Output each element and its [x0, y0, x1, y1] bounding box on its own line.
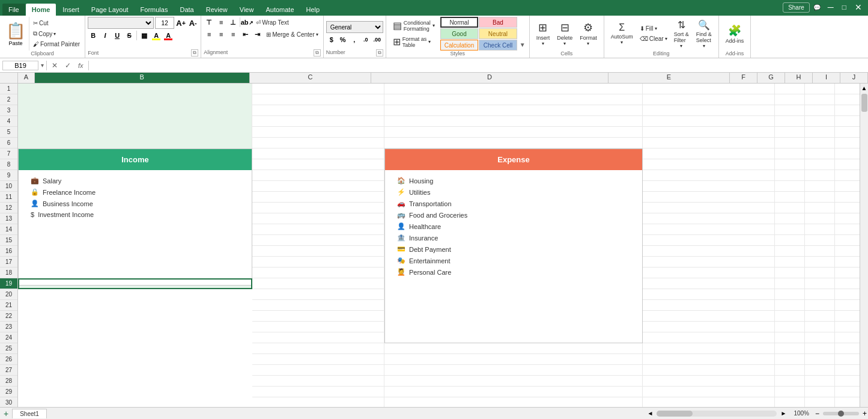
cell-reference-box[interactable]: B19 — [2, 61, 38, 70]
row-number-14[interactable]: 14 — [0, 224, 17, 235]
format-as-table-button[interactable]: ⊞ Format asTable▾ — [390, 34, 434, 50]
row-number-11[interactable]: 11 — [0, 192, 17, 203]
row-number-10[interactable]: 10 — [0, 181, 17, 192]
tab-help[interactable]: Help — [300, 4, 326, 16]
fill-button[interactable]: ⬇Fill ▾ — [637, 24, 670, 33]
copy-button[interactable]: ⧉Copy ▾ — [31, 29, 82, 38]
font-size-input[interactable] — [155, 17, 174, 29]
row-number-9[interactable]: 9 — [0, 170, 17, 181]
row-number-15[interactable]: 15 — [0, 235, 17, 246]
comments-btn[interactable]: 💬 — [811, 3, 823, 12]
sheet-tab-1[interactable]: Sheet1 — [12, 409, 47, 418]
tab-data[interactable]: Data — [174, 4, 199, 16]
paste-button[interactable]: 📋 Paste — [2, 17, 29, 50]
cancel-formula-icon[interactable]: ✕ — [49, 61, 60, 70]
currency-button[interactable]: $ — [326, 34, 337, 45]
alignment-dialog-launcher[interactable]: ⧉ — [314, 49, 321, 57]
find-select-button[interactable]: 🔍 Find &Select ▾ — [693, 17, 715, 50]
clear-button[interactable]: ⌫Clear ▾ — [637, 34, 670, 43]
horizontal-scroll-thumb[interactable] — [657, 411, 693, 417]
style-normal-cell[interactable]: Normal — [440, 17, 478, 28]
grid-row-5[interactable] — [18, 127, 860, 138]
row-number-29[interactable]: 29 — [0, 387, 17, 397]
col-header-b[interactable]: B — [35, 73, 250, 84]
row-number-6[interactable]: 6 — [0, 138, 17, 148]
close-btn[interactable]: ✕ — [851, 1, 866, 13]
scroll-right-button[interactable]: ► — [778, 409, 789, 418]
row-number-19[interactable]: 19 — [0, 278, 17, 289]
share-btn[interactable]: Share — [783, 2, 810, 13]
col-header-e[interactable]: E — [609, 73, 730, 84]
italic-button[interactable]: I — [100, 30, 111, 41]
tab-insert[interactable]: Insert — [56, 4, 85, 16]
row-number-8[interactable]: 8 — [0, 159, 17, 170]
row-number-25[interactable]: 25 — [0, 343, 17, 354]
font-name-select[interactable]: Grandview — [88, 17, 154, 29]
scroll-thumb-vertical[interactable] — [861, 94, 867, 112]
grid-row-6[interactable] — [18, 138, 860, 148]
tab-automate[interactable]: Automate — [259, 4, 300, 16]
increase-indent-button[interactable]: ⇥ — [252, 29, 263, 40]
scroll-left-button[interactable]: ◄ — [645, 409, 656, 418]
row-number-16[interactable]: 16 — [0, 246, 17, 257]
fill-color-button[interactable]: A — [151, 30, 162, 41]
row-number-20[interactable]: 20 — [0, 289, 17, 300]
row-number-2[interactable]: 2 — [0, 94, 17, 105]
align-middle-button[interactable]: ≡ — [216, 17, 226, 28]
row-number-23[interactable]: 23 — [0, 322, 17, 332]
decrease-indent-button[interactable]: ⇤ — [240, 29, 250, 40]
increase-decimal-button[interactable]: .00 — [372, 34, 383, 45]
font-color-button[interactable]: A — [163, 30, 174, 41]
row-number-27[interactable]: 27 — [0, 365, 17, 376]
align-top-button[interactable]: ⊤ — [204, 17, 214, 28]
minimize-btn[interactable]: ─ — [824, 1, 837, 13]
merge-center-button[interactable]: ⊞Merge & Center ▾ — [264, 30, 321, 39]
row-number-7[interactable]: 7 — [0, 148, 17, 159]
row-number-5[interactable]: 5 — [0, 127, 17, 138]
row-number-24[interactable]: 24 — [0, 332, 17, 343]
align-center-button[interactable]: ≡ — [216, 29, 226, 40]
border-button[interactable]: ▦ — [139, 30, 150, 41]
tab-page-layout[interactable]: Page Layout — [85, 4, 135, 16]
col-header-j[interactable]: J — [840, 73, 868, 84]
row-number-13[interactable]: 13 — [0, 213, 17, 224]
style-calculation-cell[interactable]: Calculation — [440, 40, 478, 50]
col-header-i[interactable]: I — [813, 73, 840, 84]
underline-button[interactable]: U — [112, 30, 123, 41]
row-number-1[interactable]: 1 — [0, 84, 17, 94]
style-good-cell[interactable]: Good — [440, 28, 478, 39]
comma-button[interactable]: , — [349, 34, 360, 45]
tab-home[interactable]: Home — [26, 4, 56, 16]
confirm-formula-icon[interactable]: ✓ — [62, 61, 73, 70]
row-number-4[interactable]: 4 — [0, 116, 17, 127]
row-number-21[interactable]: 21 — [0, 300, 17, 311]
zoom-out-button[interactable]: − — [814, 409, 821, 418]
percent-button[interactable]: % — [338, 34, 348, 45]
font-increase-button[interactable]: A+ — [175, 17, 186, 28]
align-bottom-button[interactable]: ⊥ — [228, 17, 238, 28]
number-dialog-launcher[interactable]: ⧉ — [376, 49, 383, 57]
row-number-30[interactable]: 30 — [0, 397, 17, 407]
number-format-select[interactable]: General — [326, 21, 383, 33]
row-number-18[interactable]: 18 — [0, 268, 17, 278]
bold-button[interactable]: B — [88, 30, 99, 41]
row-number-17[interactable]: 17 — [0, 257, 17, 268]
strikethrough-button[interactable]: S — [124, 30, 135, 41]
delete-button[interactable]: ⊟ Delete ▾ — [554, 19, 575, 48]
sort-filter-button[interactable]: ⇅ Sort &Filter ▾ — [671, 17, 692, 50]
row-number-12[interactable]: 12 — [0, 203, 17, 213]
col-header-g[interactable]: G — [757, 73, 785, 84]
tab-review[interactable]: Review — [200, 4, 234, 16]
style-bad-cell[interactable]: Bad — [479, 17, 517, 28]
font-dialog-launcher[interactable]: ⧉ — [191, 49, 198, 57]
tab-file[interactable]: File — [2, 4, 25, 16]
row-number-28[interactable]: 28 — [0, 376, 17, 387]
col-header-d[interactable]: D — [371, 73, 609, 84]
autosum-button[interactable]: Σ AutoSum ▾ — [608, 20, 636, 47]
decrease-decimal-button[interactable]: .0 — [360, 34, 371, 45]
tab-view[interactable]: View — [234, 4, 260, 16]
formula-expand-icon[interactable]: ▾ — [41, 62, 44, 69]
row-number-3[interactable]: 3 — [0, 105, 17, 116]
orientation-button[interactable]: ab↗ — [241, 17, 252, 28]
wrap-text-button[interactable]: ⏎Wrap Text — [253, 18, 291, 27]
